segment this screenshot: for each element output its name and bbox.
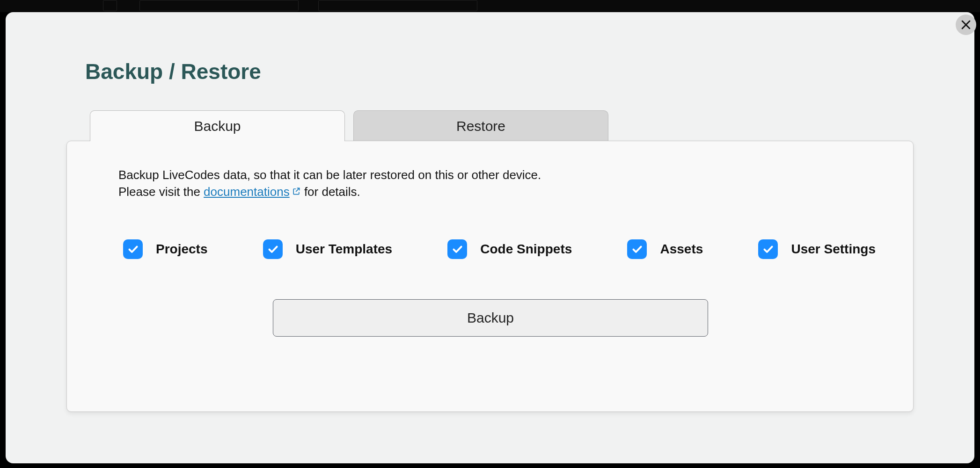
description-line2: Please visit the documentations for deta… — [118, 183, 541, 200]
label-assets: Assets — [660, 242, 703, 257]
modal-title: Backup / Restore — [85, 59, 261, 84]
tab-restore-label: Restore — [456, 118, 505, 134]
close-icon — [958, 17, 974, 33]
tabs: Backup Restore — [90, 110, 608, 141]
checkbox-assets[interactable] — [627, 239, 647, 259]
checkbox-projects[interactable] — [123, 239, 143, 259]
documentation-link[interactable]: documentations — [204, 185, 301, 199]
tab-backup-label: Backup — [194, 118, 241, 134]
label-code-snippets: Code Snippets — [480, 242, 572, 257]
backup-description: Backup LiveCodes data, so that it can be… — [118, 166, 541, 201]
option-projects: Projects — [123, 239, 208, 259]
check-icon — [267, 243, 279, 255]
backup-options: Projects User Templates Code Snippets As… — [123, 239, 876, 259]
option-user-templates: User Templates — [263, 239, 392, 259]
option-assets: Assets — [627, 239, 703, 259]
description-line1: Backup LiveCodes data, so that it can be… — [118, 166, 541, 183]
label-projects: Projects — [156, 242, 208, 257]
check-icon — [127, 243, 139, 255]
option-code-snippets: Code Snippets — [447, 239, 572, 259]
tab-restore[interactable]: Restore — [353, 110, 608, 141]
checkbox-user-settings[interactable] — [758, 239, 778, 259]
option-user-settings: User Settings — [758, 239, 876, 259]
check-icon — [631, 243, 643, 255]
backup-restore-modal: Backup / Restore Backup Restore Backup L… — [6, 12, 974, 463]
backup-panel: Backup LiveCodes data, so that it can be… — [66, 141, 914, 412]
label-user-templates: User Templates — [296, 242, 392, 257]
backup-button-label: Backup — [467, 310, 514, 326]
backup-button[interactable]: Backup — [273, 299, 708, 337]
check-icon — [762, 243, 774, 255]
checkbox-code-snippets[interactable] — [447, 239, 467, 259]
tab-backup[interactable]: Backup — [90, 110, 345, 141]
external-link-icon — [292, 187, 301, 196]
checkbox-user-templates[interactable] — [263, 239, 283, 259]
check-icon — [451, 243, 463, 255]
label-user-settings: User Settings — [791, 242, 876, 257]
close-button[interactable] — [956, 14, 976, 35]
